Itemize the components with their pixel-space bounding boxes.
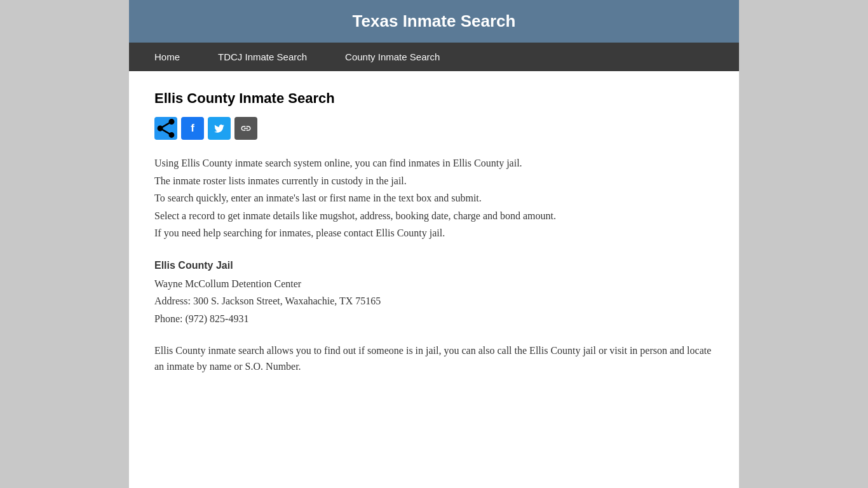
share-button[interactable] [154,117,177,140]
description-line-3: To search quickly, enter an inmate's las… [154,190,714,207]
nav-item-county[interactable]: County Inmate Search [326,43,459,71]
description-line-4: Select a record to get inmate details li… [154,208,714,224]
jail-address: Address: 300 S. Jackson Street, Waxahach… [154,292,714,309]
jail-phone-value: (972) 825-4931 [185,313,248,324]
facebook-icon: f [191,122,194,135]
main-content: Ellis County Inmate Search f [129,71,739,400]
link-icon [240,123,252,134]
social-buttons: f [154,117,714,140]
description-line-2: The inmate roster lists inmates currentl… [154,173,714,189]
jail-title: Ellis County Jail [154,257,714,274]
nav-item-home[interactable]: Home [135,43,199,71]
site-title: Texas Inmate Search [142,11,726,31]
jail-address-value: 300 S. Jackson Street, Waxahachie, TX 75… [193,295,381,306]
description-block: Using Ellis County inmate search system … [154,155,714,241]
copy-link-button[interactable] [234,117,257,140]
footer-text: Ellis County inmate search allows you to… [154,342,714,375]
share-icon [154,117,177,140]
page-title: Ellis County Inmate Search [154,90,714,107]
jail-info-block: Ellis County Jail Wayne McCollum Detenti… [154,257,714,327]
nav-item-tdcj[interactable]: TDCJ Inmate Search [199,43,326,71]
facebook-button[interactable]: f [181,117,204,140]
description-line-1: Using Ellis County inmate search system … [154,155,714,172]
site-header: Texas Inmate Search [129,0,739,43]
twitter-icon [214,123,225,134]
jail-name: Wayne McCollum Detention Center [154,275,714,292]
description-line-5: If you need help searching for inmates, … [154,225,714,241]
jail-phone: Phone: (972) 825-4931 [154,310,714,327]
twitter-button[interactable] [208,117,231,140]
jail-address-label: Address: [154,295,191,306]
site-nav: Home TDCJ Inmate Search County Inmate Se… [129,43,739,71]
jail-phone-label: Phone: [154,313,182,324]
